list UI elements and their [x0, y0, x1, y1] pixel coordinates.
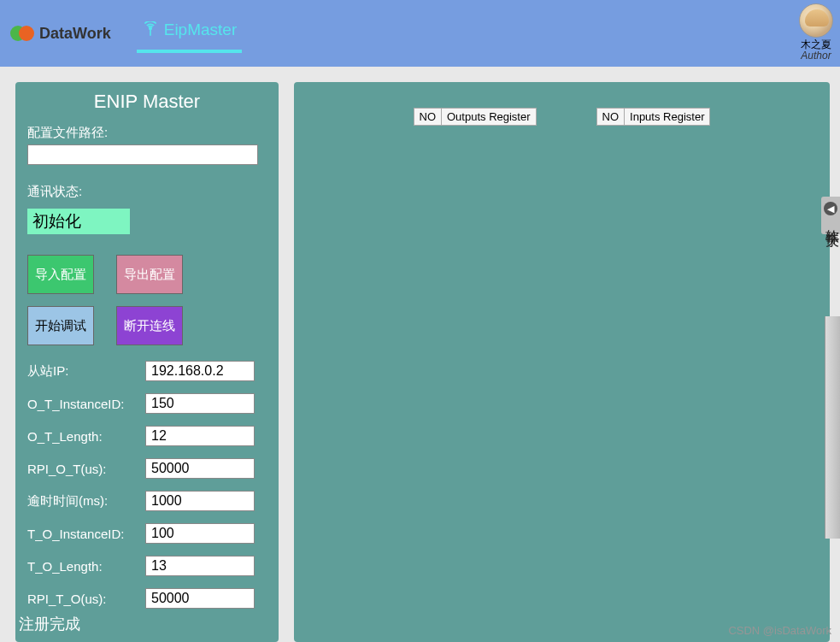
nav-tabs: EipMaster — [137, 14, 243, 53]
author-block: 木之夏 Author — [799, 3, 833, 62]
chevron-left-icon[interactable]: ◀ — [824, 202, 837, 215]
tab-eipmaster[interactable]: EipMaster — [137, 14, 243, 53]
tab-eipmaster-label: EipMaster — [164, 21, 238, 39]
config-path-label: 配置文件路径: — [27, 125, 267, 141]
brand-logo: DataWork — [10, 25, 111, 43]
inputs-register-header: Inputs Register — [625, 109, 710, 126]
import-config-button[interactable]: 导入配置 — [27, 255, 94, 294]
watermark: CSDN @isDataWork — [728, 624, 831, 637]
inputs-no-header: NO — [596, 109, 625, 126]
export-config-button[interactable]: 导出配置 — [116, 255, 183, 294]
to-length-label: T_O_Length: — [27, 559, 138, 574]
panel-title: ENIP Master — [27, 91, 267, 113]
to-instance-input[interactable] — [145, 523, 255, 544]
rpi-ot-input[interactable] — [145, 458, 255, 479]
outputs-register-header: Outputs Register — [442, 109, 537, 126]
ot-instance-label: O_T_InstanceID: — [27, 397, 138, 411]
antenna-icon — [142, 21, 159, 38]
about-drawer[interactable]: ◀ 软件关于 — [821, 197, 840, 234]
register-status: 注册完成 — [19, 614, 267, 634]
fields-group: 从站IP: O_T_InstanceID: O_T_Length: RPI_O_… — [27, 361, 267, 609]
side-panel: ENIP Master 配置文件路径: 通讯状态: 初始化 导入配置 导出配置 … — [15, 82, 279, 642]
author-subtitle: Author — [799, 50, 833, 62]
disconnect-button[interactable]: 断开连线 — [116, 306, 183, 345]
timeout-input[interactable] — [145, 491, 255, 511]
config-path-input[interactable] — [27, 144, 258, 165]
rpi-to-input[interactable] — [145, 588, 255, 609]
about-drawer-label: 软件关于 — [823, 219, 840, 226]
outputs-no-header: NO — [414, 109, 442, 126]
ot-length-label: O_T_Length: — [27, 429, 138, 444]
avatar — [799, 3, 833, 38]
slave-ip-label: 从站IP: — [27, 363, 138, 380]
slave-ip-input[interactable] — [145, 361, 255, 381]
logo-icon — [10, 26, 34, 41]
outputs-register-table[interactable]: NO Outputs Register — [414, 108, 537, 126]
comm-status-label: 通讯状态: — [27, 184, 267, 200]
ot-length-input[interactable] — [145, 426, 255, 446]
start-debug-button[interactable]: 开始调试 — [27, 306, 94, 345]
comm-status-value: 初始化 — [27, 209, 130, 234]
ot-instance-input[interactable] — [145, 393, 255, 414]
brand-text: DataWork — [39, 25, 111, 43]
scrollbar[interactable] — [825, 316, 840, 539]
rpi-to-label: RPI_T_O(us): — [27, 592, 138, 606]
rpi-ot-label: RPI_O_T(us): — [27, 462, 138, 476]
svg-point-0 — [149, 27, 151, 30]
to-instance-label: T_O_InstanceID: — [27, 527, 138, 541]
timeout-label: 逾时时间(ms): — [27, 493, 138, 509]
main-area: NO Outputs Register NO Inputs Register — [294, 82, 830, 642]
to-length-input[interactable] — [145, 556, 255, 576]
top-bar: DataWork EipMaster 木之夏 Author — [0, 0, 840, 67]
inputs-register-table[interactable]: NO Inputs Register — [596, 108, 711, 126]
content-area: ENIP Master 配置文件路径: 通讯状态: 初始化 导入配置 导出配置 … — [0, 67, 840, 642]
